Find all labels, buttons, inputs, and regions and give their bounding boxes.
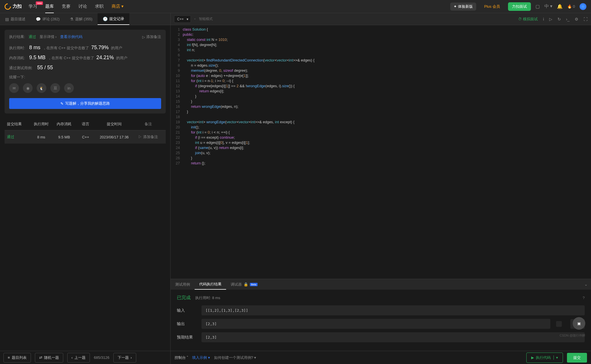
memory-label: 内存消耗: [9,55,27,61]
nav-learn[interactable]: 学习new [29,4,37,9]
row-time: 8 ms [30,135,53,139]
timer-icon: ⏱ [518,17,522,21]
settings-icon[interactable]: ⚙ [575,17,578,21]
th-mem: 内存消耗 [53,122,76,127]
douban-icon[interactable]: 豆 [50,83,60,93]
language-select[interactable]: C++ [174,15,191,23]
chevron-down-icon: ▾ [121,4,124,9]
list-icon: ≡ [8,355,10,360]
th-lang: 语言 [76,122,96,127]
submissions-table: 提交结果 执行用时 内存消耗 语言 提交时间 备注 通过 8 ms 9.5 MB… [5,118,166,144]
add-note-button[interactable]: ▷添加备注 [142,34,161,39]
next-button[interactable]: 下一题› [113,353,136,363]
editor-toolbar: C++ • 智能模式 ⏱模拟面试 i ▷ ↻ ›_ ⚙ ⛶ [171,13,591,25]
problem-list-button[interactable]: ≡题目列表 [3,353,31,363]
terminal-icon[interactable]: ›_ [566,17,570,21]
howto-link[interactable]: 如何创建一个测试用例? ▾ [214,355,256,360]
scroll-top-fab[interactable]: ▣ [573,317,585,330]
mock-interview-button[interactable]: ⏱模拟面试 [518,17,538,22]
nav-discuss[interactable]: 讨论 [78,4,87,9]
tab-description[interactable]: ▤题目描述 [0,13,31,25]
runtime-value: 8 ms [29,45,40,51]
nav-store[interactable]: 商店 ▾ [112,4,124,9]
output-label: 输出 [177,321,196,327]
output-value: [2,3] [201,319,550,329]
fullscreen-icon[interactable]: ⛶ [584,17,588,21]
th-time: 执行用时 [30,122,53,127]
tab-debugger[interactable]: 调试器🔒Beta [226,279,262,290]
bottom-left-bar: ≡题目列表 ⇄随机一题 ‹上一题 685/3126 下一题› [0,351,170,364]
expected-label: 预期结果 [177,335,196,340]
th-note: 备注 [133,122,163,127]
new-badge: new [36,1,43,5]
row-result[interactable]: 通过 [7,135,14,139]
nav-problems[interactable]: 题库 [45,4,54,9]
done-runtime: 执行用时: 8 ms [195,295,220,301]
console-toggle[interactable]: 控制台 ˆ [175,355,188,360]
show-detail-link[interactable]: 显示详情 › [39,34,57,39]
testcases-value: 55 / 55 [37,65,53,71]
smart-mode[interactable]: 智能模式 [199,17,213,21]
collapse-icon[interactable]: ⌄ [584,282,588,287]
run-button[interactable]: ▶执行代码 [526,353,563,363]
code-editor[interactable]: 1234567891011121314151617181920212223242… [171,25,591,279]
wechat-icon[interactable]: ✉ [9,83,19,93]
row-mem: 9.5 MB [53,135,76,139]
fire-counter[interactable]: 🔥 0 [567,4,575,9]
linkedin-icon[interactable]: in [64,83,74,93]
try-new-button[interactable]: ✦ 体验新版 [450,3,476,11]
tab-records[interactable]: 🕐提交记录 [98,13,129,25]
nav-right: ✦ 体验新版 Plus 会员 力扣面试 ▢ 中 ▾ 🔔 🔥 0 [450,2,586,11]
output-indicator [556,321,562,327]
fill-example-link[interactable]: 填入示例 ▾ [192,355,210,360]
weibo-icon[interactable]: ◉ [23,83,33,93]
reset-icon[interactable]: ↻ [558,17,561,21]
row-note[interactable]: ▷ 添加备注 [133,134,163,140]
table-row[interactable]: 通过 8 ms 9.5 MB C++ 2023/06/17 17:36 ▷ 添加… [5,130,166,144]
view-example-link[interactable]: 查看示例代码 [60,34,82,39]
problem-count: 685/3126 [94,355,109,360]
write-solution-button[interactable]: ✎写题解，分享我的解题思路 [9,98,161,109]
interview-button[interactable]: 力扣面试 [508,2,531,11]
beta-badge: Beta [250,283,258,286]
result-status: 通过 [29,34,36,39]
language-toggle[interactable]: 中 ▾ [544,3,552,9]
logo[interactable]: 力扣 [5,3,22,10]
flask-icon: ⚗ [70,17,74,21]
chevron-left-icon: ‹ [72,355,73,360]
play-icon[interactable]: ▷ [549,17,552,21]
code-content[interactable]: class Solution { public: static const in… [183,25,314,279]
tab-testcase[interactable]: 测试用例 [171,279,195,290]
tab-solutions[interactable]: ⚗题解 (355) [65,13,98,25]
help-icon[interactable]: ? [583,296,585,300]
avatar[interactable] [580,3,586,10]
mobile-icon[interactable]: ▢ [535,4,540,9]
input-label: 输入 [177,308,196,313]
runtime-pct: 75.79% [91,45,109,51]
nav-contest[interactable]: 竞赛 [62,4,70,9]
tab-comments[interactable]: 💬评论 (282) [31,13,65,25]
info-icon[interactable]: i [543,17,544,21]
qq-icon[interactable]: 🐧 [37,83,46,93]
plus-button[interactable]: Plus 会员 [481,3,503,11]
submit-button[interactable]: 提交 [567,353,587,363]
prev-button[interactable]: ‹上一题 [67,353,90,363]
comment-icon: 💬 [36,17,41,21]
nav-jobs[interactable]: 求职 [95,4,104,9]
results-body: 已完成 执行用时: 8 ms ? 输入 [[1,2],[1,3],[2,3]] … [171,290,591,351]
row-date: 2023/06/17 17:36 [96,135,133,139]
nav-items: 学习new 题库 竞赛 讨论 求职 商店 ▾ [29,4,124,9]
clock-icon: 🕐 [103,17,108,21]
result-panel: 执行结果: 通过 显示详情 › 查看示例代码 ▷添加备注 执行用时: 8 ms … [5,30,166,114]
line-gutter: 1234567891011121314151617181920212223242… [171,25,183,279]
bell-icon[interactable]: 🔔 [557,4,563,9]
logo-icon [3,2,12,11]
right-panel: C++ • 智能模式 ⏱模拟面试 i ▷ ↻ ›_ ⚙ ⛶ 1234567891… [170,13,591,364]
lock-icon: 🔒 [244,282,248,287]
memory-value: 9.5 MB [29,55,46,61]
random-button[interactable]: ⇄随机一题 [35,353,63,363]
th-date: 提交时间 [96,122,133,127]
tab-code-result[interactable]: 代码执行结果 [195,279,226,290]
row-lang: C++ [76,135,96,139]
play-icon: ▶ [531,355,534,360]
